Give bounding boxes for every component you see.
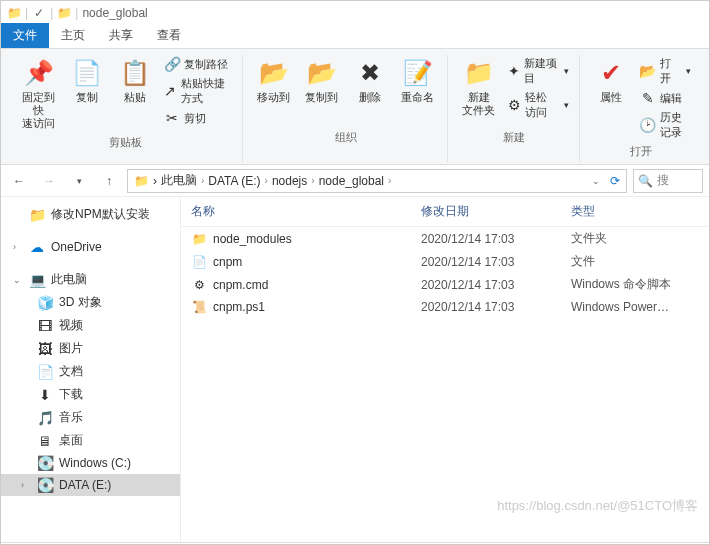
- file-row[interactable]: 📜cnpm.ps12020/12/14 17:03Windows Power…: [181, 296, 709, 318]
- sidebar-item[interactable]: ›💽DATA (E:): [1, 474, 180, 496]
- file-list: 名称 修改日期 类型 📁node_modules2020/12/14 17:03…: [181, 197, 709, 542]
- folder-icon: 📁: [191, 231, 207, 247]
- copy-path-button[interactable]: 🔗 复制路径: [162, 55, 234, 73]
- newitem-button[interactable]: ✦ 新建项目▾: [506, 55, 571, 87]
- tab-share[interactable]: 共享: [97, 23, 145, 48]
- ribbon-tabs: 文件 主页 共享 查看: [1, 25, 709, 49]
- title-bar: 📁 | ✓ | 📁 | node_global: [1, 1, 709, 25]
- group-label-organize: 组织: [335, 127, 357, 148]
- group-label-new: 新建: [503, 127, 525, 148]
- ribbon-group-organize: 📂 移动到 📂 复制到 ✖ 删除 📝 重命名 组织: [245, 55, 448, 162]
- doc-icon: 📄: [37, 364, 53, 380]
- cut-button[interactable]: ✂ 剪切: [162, 109, 234, 127]
- sidebar-item[interactable]: 🖼图片: [1, 337, 180, 360]
- newitem-icon: ✦: [508, 63, 520, 79]
- properties-icon: ✔: [595, 57, 627, 89]
- header-date[interactable]: 修改日期: [421, 203, 571, 220]
- dl-icon: ⬇: [37, 387, 53, 403]
- file-row[interactable]: 📁node_modules2020/12/14 17:03文件夹: [181, 227, 709, 250]
- address-bar: ← → ▾ ↑ 📁 › 此电脑› DATA (E:)› nodejs› node…: [1, 165, 709, 197]
- pin-quickaccess-button[interactable]: 📌 固定到快 速访问: [17, 55, 60, 132]
- group-label-open: 打开: [630, 141, 652, 162]
- folder-icon: 📁: [7, 6, 21, 20]
- delete-button[interactable]: ✖ 删除: [349, 55, 391, 106]
- header-name[interactable]: 名称: [191, 203, 421, 220]
- folder-icon: 📁: [29, 207, 45, 223]
- 3d-icon: 🧊: [37, 295, 53, 311]
- breadcrumb: 此电脑›: [161, 172, 204, 189]
- group-label-clipboard: 剪贴板: [109, 132, 142, 153]
- address-field[interactable]: 📁 › 此电脑› DATA (E:)› nodejs› node_global›…: [127, 169, 627, 193]
- paste-button[interactable]: 📋 粘贴: [114, 55, 156, 106]
- sidebar-item[interactable]: 🧊3D 对象: [1, 291, 180, 314]
- back-button[interactable]: ←: [7, 169, 31, 193]
- pc-icon: 💻: [29, 272, 45, 288]
- sidebar-item[interactable]: 🎞视频: [1, 314, 180, 337]
- breadcrumb: nodejs›: [272, 174, 315, 188]
- refresh-icon[interactable]: ⟳: [610, 174, 620, 188]
- breadcrumb: DATA (E:)›: [208, 174, 268, 188]
- copy-icon: 📄: [71, 57, 103, 89]
- file-row[interactable]: ⚙cnpm.cmd2020/12/14 17:03Windows 命令脚本: [181, 273, 709, 296]
- folder-small-icon: 📁: [57, 6, 71, 20]
- up-button[interactable]: ↑: [97, 169, 121, 193]
- pic-icon: 🖼: [37, 341, 53, 357]
- save-icon[interactable]: ✓: [32, 6, 46, 20]
- folder-icon: 📁: [134, 174, 149, 188]
- paste-icon: 📋: [119, 57, 151, 89]
- sidebar-item[interactable]: 💽Windows (C:): [1, 452, 180, 474]
- ribbon-group-new: 📁 新建 文件夹 ✦ 新建项目▾ ⚙ 轻松访问▾ 新建: [450, 55, 580, 162]
- properties-button[interactable]: ✔ 属性: [590, 55, 632, 106]
- easyaccess-button[interactable]: ⚙ 轻松访问▾: [506, 89, 571, 121]
- moveto-icon: 📂: [258, 57, 290, 89]
- edit-button[interactable]: ✎ 编辑: [638, 89, 693, 107]
- path-icon: 🔗: [164, 56, 180, 72]
- dropdown-icon[interactable]: ⌄: [592, 176, 600, 186]
- history-button[interactable]: 🕑 历史记录: [638, 109, 693, 141]
- history-icon: 🕑: [640, 117, 656, 133]
- newfolder-button[interactable]: 📁 新建 文件夹: [458, 55, 500, 119]
- sidebar-item[interactable]: 🖥桌面: [1, 429, 180, 452]
- open-icon: 📂: [640, 63, 656, 79]
- sidebar-item-npm[interactable]: 📁 修改NPM默认安装: [1, 203, 180, 226]
- delete-icon: ✖: [354, 57, 386, 89]
- navigation-pane: 📁 修改NPM默认安装 ›☁ OneDrive ⌄💻 此电脑 🧊3D 对象🎞视频…: [1, 197, 181, 542]
- rename-button[interactable]: 📝 重命名: [397, 55, 439, 106]
- sidebar-item-onedrive[interactable]: ›☁ OneDrive: [1, 236, 180, 258]
- ribbon-group-clipboard: 📌 固定到快 速访问 📄 复制 📋 粘贴 🔗 复制路径 ↗ 粘贴快捷方式: [9, 55, 243, 162]
- tab-home[interactable]: 主页: [49, 23, 97, 48]
- sidebar-item[interactable]: 📄文档: [1, 360, 180, 383]
- column-headers: 名称 修改日期 类型: [181, 197, 709, 227]
- tab-view[interactable]: 查看: [145, 23, 193, 48]
- header-type[interactable]: 类型: [571, 203, 699, 220]
- edit-icon: ✎: [640, 90, 656, 106]
- open-button[interactable]: 📂 打开▾: [638, 55, 693, 87]
- pin-icon: 📌: [23, 57, 55, 89]
- recent-dropdown[interactable]: ▾: [67, 169, 91, 193]
- moveto-button[interactable]: 📂 移动到: [253, 55, 295, 106]
- easyaccess-icon: ⚙: [508, 97, 521, 113]
- search-box[interactable]: 🔍 搜: [633, 169, 703, 193]
- search-icon: 🔍: [638, 174, 653, 188]
- window-title: node_global: [82, 6, 147, 20]
- file-row[interactable]: 📄cnpm2020/12/14 17:03文件: [181, 250, 709, 273]
- onedrive-icon: ☁: [29, 239, 45, 255]
- tab-file[interactable]: 文件: [1, 23, 49, 48]
- forward-button[interactable]: →: [37, 169, 61, 193]
- sidebar-item-thispc[interactable]: ⌄💻 此电脑: [1, 268, 180, 291]
- copyto-button[interactable]: 📂 复制到: [301, 55, 343, 106]
- ps1-icon: 📜: [191, 299, 207, 315]
- sidebar-item[interactable]: 🎵音乐: [1, 406, 180, 429]
- cmd-icon: ⚙: [191, 277, 207, 293]
- breadcrumb: node_global›: [319, 174, 392, 188]
- paste-shortcut-button[interactable]: ↗ 粘贴快捷方式: [162, 75, 234, 107]
- sidebar-item[interactable]: ⬇下载: [1, 383, 180, 406]
- copyto-icon: 📂: [306, 57, 338, 89]
- shortcut-icon: ↗: [164, 83, 176, 99]
- rename-icon: 📝: [402, 57, 434, 89]
- drive-icon: 💽: [37, 455, 53, 471]
- ribbon-group-open: ✔ 属性 📂 打开▾ ✎ 编辑 🕑 历史记录 打开: [582, 55, 701, 162]
- copy-button[interactable]: 📄 复制: [66, 55, 108, 106]
- newfolder-icon: 📁: [463, 57, 495, 89]
- music-icon: 🎵: [37, 410, 53, 426]
